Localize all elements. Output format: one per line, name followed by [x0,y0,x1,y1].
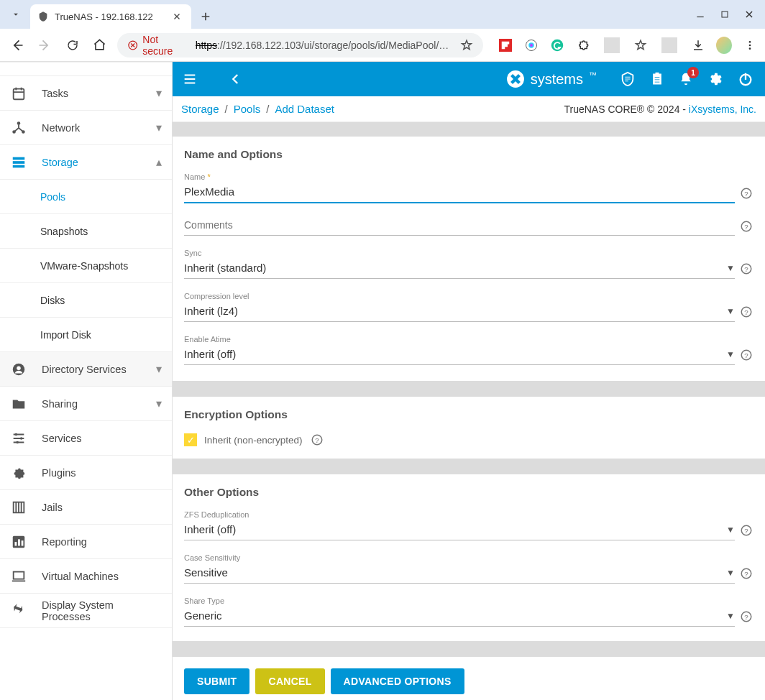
svg-rect-15 [13,165,25,167]
share-select[interactable]: Generic▼ [184,607,735,627]
not-secure-label: Not secure [142,34,189,57]
profile-avatar-icon[interactable] [716,37,732,53]
chart-icon [10,534,27,550]
sidebar-item-directory[interactable]: Directory Services ▾ [0,352,172,387]
clipboard-icon[interactable] [650,71,664,87]
sidebar-item-sharing[interactable]: Sharing ▾ [0,387,172,421]
caret-down-icon: ▼ [726,263,735,273]
bookmark-star-icon[interactable] [460,39,473,52]
svg-point-17 [17,366,21,370]
new-tab-button[interactable] [196,6,216,27]
not-secure-badge[interactable]: Not secure [127,34,190,57]
dedup-select[interactable]: Inherit (off)▼ [184,520,735,540]
breadcrumb: Storage / Pools / Add Dataset TrueNAS CO… [173,96,765,122]
help-icon[interactable]: ? [739,566,753,581]
compression-select[interactable]: Inherit (lz4)▼ [184,302,735,322]
svg-rect-23 [15,542,17,546]
svg-point-4 [528,42,534,48]
browser-back-button[interactable] [7,34,27,56]
calendar-icon [10,86,27,101]
ext-circle-icon[interactable] [523,37,539,53]
browser-chrome: TrueNAS - 192.168.122 Not secure https:/… [0,0,765,62]
address-bar[interactable]: Not secure https://192.168.122.103/ui/st… [117,33,483,57]
downloads-icon[interactable] [690,37,706,53]
processes-icon [10,603,27,619]
network-icon [10,120,27,136]
svg-text:?: ? [744,222,748,230]
breadcrumb-pools[interactable]: Pools [234,103,261,115]
notifications-icon[interactable]: 1 [679,71,693,87]
sidebar-sub-snapshots[interactable]: Snapshots [0,214,172,249]
sidebar-item-reporting[interactable]: Reporting [0,525,172,559]
svg-rect-25 [22,540,24,545]
cancel-button[interactable]: CANCEL [255,668,324,694]
browser-forward-button[interactable] [35,34,55,56]
contacts-icon [10,361,27,377]
hamburger-menu-button[interactable] [173,62,207,96]
browser-home-button[interactable] [90,34,110,56]
brand-text: systems [531,71,583,88]
sidebar-sub-disks[interactable]: Disks [0,283,172,318]
window-close-icon[interactable] [739,4,759,24]
sidebar-item-dsp[interactable]: Display System Processes [0,594,172,628]
browser-menu-icon[interactable] [742,37,758,53]
sidebar-sub-pools[interactable]: Pools [0,180,172,214]
svg-rect-9 [14,88,24,99]
power-icon[interactable] [738,71,753,87]
notification-badge: 1 [687,67,699,78]
advanced-options-button[interactable]: ADVANCED OPTIONS [331,668,464,694]
window-minimize-icon[interactable] [690,4,710,24]
sidebar-item-jails[interactable]: Jails [0,490,172,525]
bookmark-outline-icon[interactable] [633,37,649,53]
case-select[interactable]: Sensitive▼ [184,563,735,584]
ext-grammarly-icon[interactable] [549,37,565,53]
tab-search-dropdown[interactable] [6,4,26,24]
help-icon[interactable]: ? [739,305,753,319]
extensions-icon[interactable] [575,37,591,53]
svg-point-10 [17,121,21,125]
sync-select[interactable]: Inherit (standard)▼ [184,259,735,279]
dedup-label: ZFS Deduplication [184,510,753,519]
extension-icon [10,465,27,481]
breadcrumb-storage[interactable]: Storage [181,103,219,115]
dataset-name-input[interactable] [184,183,735,203]
settings-gear-icon[interactable] [707,71,723,87]
svg-point-6 [749,41,751,43]
sidebar-item-services[interactable]: Services [0,421,172,456]
comments-input[interactable] [184,216,735,236]
section-other: Other Options [184,486,753,499]
help-icon[interactable]: ? [739,348,753,362]
help-icon[interactable]: ? [739,609,753,624]
window-maximize-icon[interactable] [715,4,735,24]
sidebar-item-network[interactable]: Network ▾ [0,111,172,145]
browser-reload-button[interactable] [62,34,82,56]
truecommand-icon[interactable] [620,71,636,87]
sidebar-item-vm[interactable]: Virtual Machines [0,559,172,594]
atime-select[interactable]: Inherit (off)▼ [184,345,735,365]
help-icon[interactable]: ? [739,186,753,201]
caret-down-icon: ▼ [726,349,735,359]
close-tab-icon[interactable] [173,12,184,21]
app-topbar: systems™ 1 [173,62,765,96]
sidebar-sub-vmware[interactable]: VMware-Snapshots [0,249,172,283]
topbar-back-button[interactable] [219,62,253,96]
caret-down-icon: ▼ [726,525,735,535]
company-link[interactable]: iXsystems, Inc. [689,103,756,115]
sidebar-sub-import[interactable]: Import Disk [0,318,172,352]
help-icon[interactable]: ? [739,219,753,234]
sidebar-item-plugins[interactable]: Plugins [0,456,172,490]
sidebar-item-tasks[interactable]: Tasks ▾ [0,76,172,111]
help-icon[interactable]: ? [310,433,324,447]
chevron-down-icon: ▾ [156,121,162,134]
submit-button[interactable]: SUBMIT [184,668,249,694]
help-icon[interactable]: ? [739,262,753,276]
ext-flipboard-icon[interactable] [498,37,513,53]
browser-tab[interactable]: TrueNAS - 192.168.122 [30,4,191,29]
sidebar-item-storage[interactable]: Storage ▴ [0,145,172,180]
svg-text:?: ? [744,308,748,316]
chevron-down-icon: ▾ [156,397,162,410]
inherit-encrypted-checkbox[interactable]: ✓ [184,433,197,446]
help-icon[interactable]: ? [739,523,753,538]
breadcrumb-add-dataset[interactable]: Add Dataset [275,103,334,115]
sidebar-item-truncated[interactable] [0,62,172,76]
